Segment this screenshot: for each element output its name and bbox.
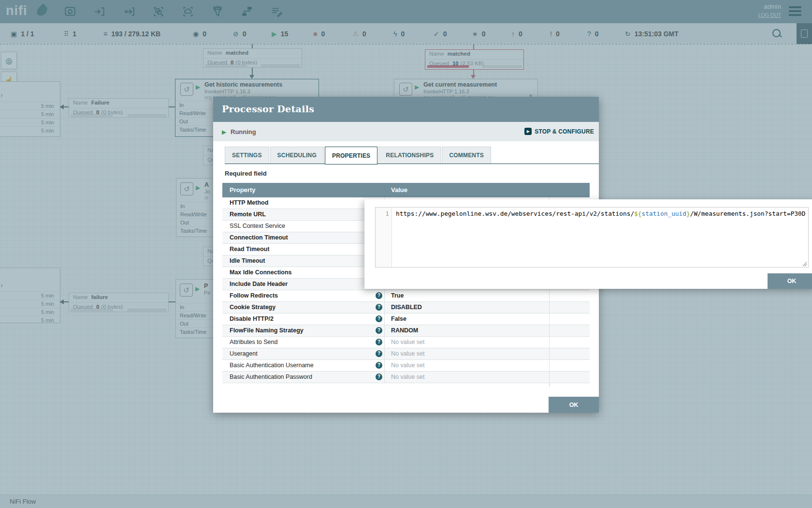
property-name: Read Timeout <box>230 246 269 253</box>
property-value: True <box>391 292 404 299</box>
code-segment-plain: /W/measurements.json?start=P30D <box>690 210 806 217</box>
property-name: Max Idle Connections <box>230 269 292 276</box>
property-name: Attributes to Send <box>230 339 277 345</box>
help-icon[interactable]: ? <box>376 327 382 334</box>
property-value: RANDOM <box>391 327 418 334</box>
property-name: Remote URL <box>230 211 266 218</box>
nifi-application: nifi admin LOG OUT ▣1 / 1⠿1≡193 / 279.12… <box>0 0 812 508</box>
stop-and-configure-button[interactable]: ▶ STOP & CONFIGURE <box>524 128 594 135</box>
value-editor-textarea[interactable]: 1 https://www.pegelonline.wsv.de/webserv… <box>375 207 809 268</box>
table-header: Property Value <box>222 183 590 197</box>
property-value: No value set <box>391 374 424 380</box>
property-name: Cookie Strategy <box>230 304 276 311</box>
property-name: Connection Timeout <box>230 234 288 241</box>
resize-handle-icon[interactable] <box>802 261 807 266</box>
value-column-header: Value <box>391 186 407 194</box>
help-icon[interactable]: ? <box>376 315 382 322</box>
property-name: Basic Authentication Password <box>230 374 312 380</box>
tab-settings[interactable]: SETTINGS <box>225 147 269 164</box>
help-icon[interactable]: ? <box>376 304 382 311</box>
dialog-header: Processor Details <box>213 97 599 122</box>
help-icon[interactable]: ? <box>376 339 382 345</box>
property-row-basic-authentication-password[interactable]: Basic Authentication Password?No value s… <box>222 372 590 383</box>
property-row-basic-authentication-username[interactable]: Basic Authentication Username?No value s… <box>222 360 590 372</box>
property-value: False <box>391 315 406 322</box>
remote-url-value-editor: 1 https://www.pegelonline.wsv.de/webserv… <box>364 199 812 289</box>
remote-url-value: https://www.pegelonline.wsv.de/webservic… <box>396 210 806 217</box>
code-segment-variable: station_uuid <box>642 210 686 217</box>
property-column-header: Property <box>230 186 255 194</box>
property-value: No value set <box>391 362 424 369</box>
property-row-attributes-to-send[interactable]: Attributes to Send?No value set <box>222 337 590 348</box>
table-scroll-nub <box>549 383 550 387</box>
tab-relationships[interactable]: RELATIONSHIPS <box>378 147 441 164</box>
help-icon[interactable]: ? <box>376 350 382 357</box>
dialog-title: Processor Details <box>213 97 599 114</box>
property-row-follow-redirects[interactable]: Follow Redirects?True <box>222 290 590 302</box>
help-icon[interactable]: ? <box>376 292 382 299</box>
property-name: HTTP Method <box>230 199 268 206</box>
code-segment-bracket: ${ <box>634 210 641 217</box>
dialog-ok-button[interactable]: OK <box>549 397 599 413</box>
line-number-gutter: 1 <box>376 208 392 267</box>
tab-properties[interactable]: PROPERTIES <box>325 147 377 164</box>
property-name: FlowFile Naming Strategy <box>230 327 304 334</box>
line-number: 1 <box>385 210 389 217</box>
property-name: Include Date Header <box>230 281 288 287</box>
required-field-note: Required field <box>225 170 267 177</box>
property-value: DISABLED <box>391 304 422 311</box>
tab-comments[interactable]: COMMENTS <box>442 147 491 164</box>
running-icon: ▶ <box>222 129 226 135</box>
property-row-disable-http-2[interactable]: Disable HTTP/2?False <box>222 314 590 325</box>
property-value: No value set <box>391 339 424 345</box>
stop-configure-icon: ▶ <box>524 128 532 135</box>
run-status-label: Running <box>231 128 256 135</box>
help-icon[interactable]: ? <box>376 374 382 380</box>
property-value: No value set <box>391 350 424 357</box>
editor-ok-button[interactable]: OK <box>768 273 812 289</box>
property-name: Useragent <box>230 350 258 357</box>
property-row-useragent[interactable]: Useragent?No value set <box>222 348 590 360</box>
property-name: Basic Authentication Username <box>230 362 314 369</box>
property-row-flowfile-naming-strategy[interactable]: FlowFile Naming Strategy?RANDOM <box>222 325 590 337</box>
dialog-tabs: SETTINGSSCHEDULINGPROPERTIESRELATIONSHIP… <box>225 147 599 164</box>
tab-scheduling[interactable]: SCHEDULING <box>270 147 324 164</box>
dialog-status-row: ▶ Running ▶ STOP & CONFIGURE <box>213 122 599 141</box>
help-icon[interactable]: ? <box>376 362 382 369</box>
property-name: Follow Redirects <box>230 292 278 299</box>
property-row-cookie-strategy[interactable]: Cookie Strategy?DISABLED <box>222 302 590 314</box>
property-name: Idle Timeout <box>230 257 265 264</box>
code-segment-bracket: } <box>686 210 690 217</box>
property-name: Disable HTTP/2 <box>230 315 274 322</box>
property-name: SSL Context Service <box>230 223 285 229</box>
code-segment-plain: https://www.pegelonline.wsv.de/webservic… <box>396 210 634 217</box>
